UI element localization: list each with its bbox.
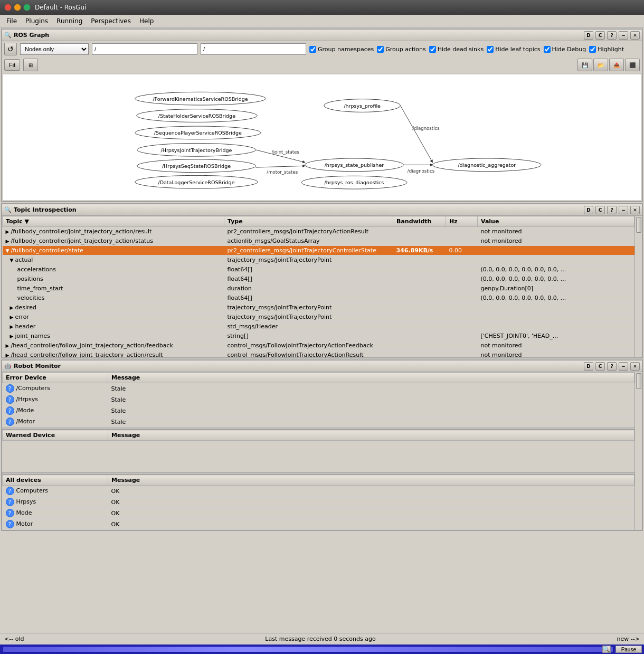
topic-minus-btn[interactable]: − (619, 206, 628, 214)
all-devices-row[interactable]: ?ModeOK (3, 508, 634, 519)
all-devices-row[interactable]: ?HrpsysOK (3, 497, 634, 508)
rosgraph-minus-btn[interactable]: − (619, 31, 628, 40)
topic-table-row[interactable]: ▼actualtrajectory_msgs/JointTrajectoryPo… (3, 255, 634, 265)
topic-table-row[interactable]: ▶errortrajectory_msgs/JointTrajectoryPoi… (3, 312, 634, 322)
graph-area[interactable]: /ForwardKinematicsServiceROSBridge /Stat… (3, 74, 641, 200)
toolbar-export-btn[interactable]: 📤 (609, 59, 624, 71)
monitor-tables-container: Error Device Message ?/ComputersStale?/H… (2, 372, 642, 530)
topic-col-bandwidth[interactable]: Bandwidth (393, 216, 446, 227)
error-table-row[interactable]: ?/MotorStale (3, 416, 634, 428)
expand-arrow[interactable]: ▶ (10, 324, 14, 329)
expand-arrow[interactable]: ▶ (10, 315, 14, 320)
topic-scrollbar[interactable] (634, 216, 642, 357)
timeline-track[interactable]: 🔍 (2, 646, 613, 652)
topic-table-row[interactable]: velocitiesfloat64[](0.0, 0.0, 0.0, 0.0, … (3, 293, 634, 303)
error-table-row[interactable]: ?/ComputersStale (3, 383, 634, 394)
monitor-scrollbar[interactable] (634, 372, 642, 530)
topic-table-row[interactable]: ▶/fullbody_controller/joint_trajectory_a… (3, 236, 634, 246)
topic-col-type[interactable]: Type (224, 216, 393, 227)
rosgraph-toolbar: ↺ Nodes only Group namespaces Group acti… (2, 41, 642, 73)
topic-close-btn[interactable]: ✕ (630, 206, 640, 214)
expand-arrow[interactable]: ▶ (6, 343, 10, 348)
topic-col-hz[interactable]: Hz (446, 216, 478, 227)
hide-leaf-topics-checkbox[interactable] (487, 46, 494, 53)
topic-table-row[interactable]: ▶/fullbody_controller/joint_trajectory_a… (3, 227, 634, 236)
expand-arrow[interactable]: ▶ (10, 334, 14, 339)
expand-arrow[interactable]: ▶ (10, 305, 14, 310)
menu-perspectives[interactable]: Perspectives (87, 16, 135, 26)
rosgraph-close-btn[interactable]: ✕ (630, 31, 640, 40)
monitor-close-btn[interactable]: ✕ (630, 362, 640, 371)
topic-type: trajectory_msgs/JointTrajectoryPoint (224, 303, 393, 312)
expand-arrow[interactable]: ▶ (6, 353, 10, 357)
hide-dead-sinks-checkbox[interactable] (429, 46, 436, 53)
error-table-row[interactable]: ?/HrpsysStale (3, 394, 634, 405)
expand-arrow[interactable]: ▶ (6, 239, 10, 244)
timeline-search-icon[interactable]: 🔍 (602, 646, 611, 653)
hide-leaf-topics-checkbox-label[interactable]: Hide leaf topics (487, 46, 540, 53)
group-actions-checkbox[interactable] (377, 46, 384, 53)
hide-dead-sinks-checkbox-label[interactable]: Hide dead sinks (429, 46, 484, 53)
topic-table-row[interactable]: ▶/head_controller/follow_joint_trajector… (3, 350, 634, 358)
expand-arrow[interactable]: ▼ (10, 258, 14, 263)
topic-value: genpy.Duration[0] (478, 284, 634, 293)
topic-refresh-btn[interactable]: C (595, 206, 605, 214)
menu-plugins[interactable]: Plugins (21, 16, 52, 26)
hide-debug-checkbox-label[interactable]: Hide Debug (544, 46, 586, 53)
view-mode-dropdown[interactable]: Nodes only (20, 43, 89, 55)
refresh-button[interactable]: ↺ (4, 43, 17, 55)
maximize-button[interactable] (23, 4, 31, 11)
expand-arrow[interactable]: ▼ (6, 248, 10, 253)
topic-col-topic[interactable]: Topic ▼ (3, 216, 224, 227)
monitor-minus-btn[interactable]: − (619, 362, 628, 371)
highlight-checkbox[interactable] (589, 46, 596, 53)
minimize-button[interactable] (14, 4, 21, 11)
error-table-row[interactable]: ?/ModeStale (3, 405, 634, 416)
rosgraph-monitor-btn[interactable]: D (584, 31, 593, 40)
close-button[interactable] (4, 4, 12, 11)
statusbar-center: Last message received 0 seconds ago (265, 636, 375, 642)
expand-arrow[interactable]: ▶ (6, 229, 10, 234)
monitor-c-btn[interactable]: C (595, 362, 605, 371)
hide-debug-checkbox[interactable] (544, 46, 551, 53)
toolbar-right-buttons: 💾 📂 📤 ⬛ (577, 59, 640, 71)
group-namespaces-checkbox[interactable] (309, 46, 316, 53)
topic-col-value[interactable]: Value (478, 216, 634, 227)
menu-help[interactable]: Help (135, 16, 158, 26)
topic-scroll-area[interactable]: Topic ▼ Type Bandwidth Hz Value ▶/fullbo… (2, 216, 634, 357)
rosgraph-refresh-btn[interactable]: C (595, 31, 605, 40)
toolbar-settings-btn[interactable]: ⬛ (625, 59, 640, 71)
group-namespaces-checkbox-label[interactable]: Group namespaces (309, 46, 374, 53)
monitor-scrollbar-thumb[interactable] (636, 373, 641, 389)
topic-table-row[interactable]: accelerationsfloat64[](0.0, 0.0, 0.0, 0.… (3, 265, 634, 274)
monitor-d-btn[interactable]: D (584, 362, 593, 371)
topic-table-row[interactable]: time_from_startdurationgenpy.Duration[0] (3, 284, 634, 293)
topic-help-btn[interactable]: ? (607, 206, 617, 214)
menu-file[interactable]: File (2, 16, 21, 26)
topic-table-row[interactable]: positionsfloat64[](0.0, 0.0, 0.0, 0.0, 0… (3, 274, 634, 284)
fit-button[interactable]: Fit (4, 59, 20, 71)
toolbar-load-btn[interactable]: 📂 (593, 59, 608, 71)
toolbar-save-btn[interactable]: 💾 (577, 59, 592, 71)
all-devices-row[interactable]: ?ComputersOK (3, 486, 634, 497)
topic-hz (446, 341, 478, 350)
topic-table-container: Topic ▼ Type Bandwidth Hz Value ▶/fullbo… (2, 216, 642, 357)
pause-button[interactable]: Pause (615, 646, 642, 653)
topic-table-row[interactable]: ▶headerstd_msgs/Header (3, 322, 634, 331)
menu-running[interactable]: Running (52, 16, 87, 26)
all-devices-row[interactable]: ?MotorOK (3, 519, 634, 530)
filter-input-2[interactable] (201, 43, 306, 55)
titlebar-buttons (4, 4, 31, 11)
filter-input-1[interactable] (92, 43, 197, 55)
monitor-help-btn[interactable]: ? (607, 362, 617, 371)
group-actions-checkbox-label[interactable]: Group actions (377, 46, 426, 53)
topic-table-row[interactable]: ▶desiredtrajectory_msgs/JointTrajectoryP… (3, 303, 634, 312)
topic-table-row[interactable]: ▶/head_controller/follow_joint_trajector… (3, 341, 634, 350)
highlight-checkbox-label[interactable]: Highlight (589, 46, 624, 53)
topic-table-row[interactable]: ▼/fullbody_controller/statepr2_controlle… (3, 246, 634, 255)
topic-monitor-btn[interactable]: D (584, 206, 593, 214)
topic-table-row[interactable]: ▶joint_namesstring[]['CHEST_JOINT0', 'HE… (3, 331, 634, 341)
topic-scrollbar-thumb[interactable] (636, 217, 641, 233)
extra-button[interactable]: ⊞ (23, 59, 38, 71)
rosgraph-help-btn[interactable]: ? (607, 31, 617, 40)
